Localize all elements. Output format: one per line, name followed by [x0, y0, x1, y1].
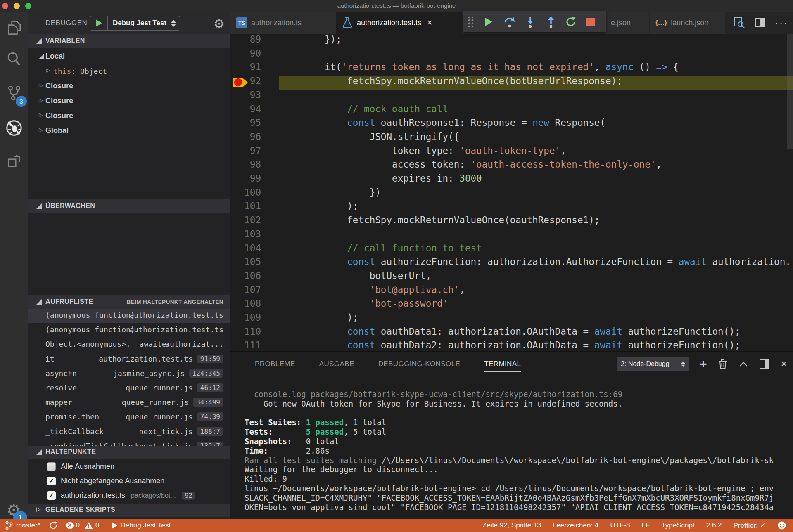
callstack-frame[interactable]: asyncFnjasmine_async.js124:345	[28, 366, 230, 381]
split-editor-icon[interactable]	[754, 17, 766, 28]
section-breakpoints[interactable]: HALTEPUNKTE	[28, 446, 230, 459]
line-number[interactable]: 98	[230, 159, 261, 173]
line-number[interactable]: 106	[230, 270, 261, 284]
editor-scrollbar[interactable]	[787, 34, 793, 149]
extensions-icon[interactable]	[0, 149, 28, 174]
code-editor[interactable]: 8990919293949596979899100101102103104105…	[230, 34, 793, 351]
step-into-button[interactable]	[521, 13, 539, 31]
variable-row[interactable]: ▷Closure	[28, 109, 230, 123]
git-branch-item[interactable]: master*	[5, 520, 40, 530]
callstack-frame[interactable]: _combinedTickCallbacknext_tick.js132:7	[28, 439, 230, 446]
maximize-panel-icon[interactable]	[738, 361, 748, 367]
callstack-frame[interactable]: mapperqueue_runner.js34:499	[28, 395, 230, 410]
code-line[interactable]: botUserUrl,	[280, 270, 431, 284]
code-line[interactable]: JSON.stringify({	[280, 131, 459, 145]
feedback-smiley-icon[interactable]	[777, 521, 786, 530]
status-item[interactable]: Prettier: ✓	[734, 521, 766, 530]
panel-tab-probleme[interactable]: PROBLEME	[255, 360, 295, 368]
breakpoint-checkbox[interactable]: ✓	[47, 491, 56, 500]
split-panel-icon[interactable]	[759, 359, 770, 369]
line-number[interactable]: 103	[230, 229, 261, 243]
section-loaded-scripts[interactable]: ▷GELADENE SKRIPTS	[28, 504, 230, 517]
variable-row[interactable]: Local	[28, 49, 230, 64]
line-number[interactable]: 91	[230, 61, 261, 76]
step-over-button[interactable]	[501, 13, 519, 31]
variable-row[interactable]: ▷Closure	[28, 94, 230, 109]
minimize-window-button[interactable]	[14, 3, 20, 9]
code-line[interactable]: access_token: 'oauth-access-token-the-on…	[280, 159, 662, 173]
code-line[interactable]: const oauthResponse1: Response = new Res…	[280, 117, 605, 131]
code-line[interactable]: fetchSpy.mockReturnValueOnce(botUserUrlR…	[280, 76, 622, 90]
code-line[interactable]: it('returns token as long as it has not …	[280, 61, 679, 76]
section-watch[interactable]: ÜBERWACHEN	[28, 199, 230, 213]
code-line[interactable]: const oauthData2: authorization.OAuthDat…	[280, 340, 740, 351]
search-icon[interactable]	[0, 47, 28, 71]
breakpoint-checkbox[interactable]: ✓	[47, 477, 56, 485]
breakpoint-row[interactable]: Alle Ausnahmen	[28, 459, 230, 474]
code-line[interactable]: );	[280, 201, 358, 215]
line-number[interactable]: 107	[230, 284, 261, 298]
debug-status-item[interactable]: Debug Jest Test	[112, 521, 171, 530]
tab-launch.json[interactable]: {…}launch.json	[650, 12, 726, 34]
restart-button[interactable]	[562, 13, 580, 31]
callstack-frame[interactable]: promise.thenqueue_runner.js74:39	[28, 410, 230, 424]
close-tab-icon[interactable]: ×	[427, 17, 432, 28]
close-window-button[interactable]	[2, 3, 8, 9]
code-line[interactable]: });	[280, 34, 342, 48]
line-number[interactable]: 99	[230, 173, 261, 187]
new-terminal-icon[interactable]: +	[700, 360, 707, 368]
callstack-frame[interactable]: resolvequeue_runner.js46:12	[28, 381, 230, 395]
maximize-window-button[interactable]	[25, 3, 31, 9]
twistie-icon[interactable]: ▷	[39, 112, 43, 118]
code-line[interactable]: token_type: 'oauth-token-type',	[280, 145, 566, 159]
line-number[interactable]: 109	[230, 312, 261, 326]
twistie-icon[interactable]: ▷	[39, 82, 43, 88]
section-callstack[interactable]: AUFRUFLISTEBEIM HALTEPUNKT ANGEHALTEN	[28, 295, 230, 309]
breakpoint-checkbox[interactable]	[47, 462, 56, 471]
variable-row[interactable]: ▷Global	[28, 123, 230, 138]
status-item[interactable]: UTF-8	[610, 521, 630, 530]
status-item[interactable]: Leerzeichen: 4	[553, 521, 599, 530]
tab-authorization.ts[interactable]: TSauthorization.ts	[230, 12, 336, 34]
line-number[interactable]: 108	[230, 298, 261, 312]
line-number[interactable]: 102	[230, 215, 261, 229]
callstack-frame[interactable]: (anonymous function)authorization.test.t…	[28, 323, 230, 337]
breakpoint-icon[interactable]	[234, 78, 242, 86]
breakpoint-row[interactable]: ✓Nicht abgefangene Ausnahmen	[28, 474, 230, 488]
debug-settings-gear-icon[interactable]: ⚙	[214, 17, 225, 31]
code-line[interactable]: // call function to test	[280, 243, 482, 257]
line-number[interactable]: 94	[230, 104, 261, 118]
code-line[interactable]: fetchSpy.mockReturnValueOnce(oauthRespon…	[280, 215, 600, 229]
line-number[interactable]: 104	[230, 243, 261, 257]
line-number[interactable]: 90	[230, 48, 261, 62]
tab-authorization.test.ts[interactable]: authorization.test.ts×	[336, 12, 462, 34]
code-line[interactable]: // mock oauth call	[280, 104, 448, 118]
explorer-icon[interactable]	[0, 16, 28, 40]
debug-config-dropdown[interactable]: Debug Jest Test	[90, 16, 180, 31]
callstack-frame[interactable]: Object.<anonymous>.__awaiterauthorizat..…	[28, 337, 230, 352]
terminal-selector-dropdown[interactable]: 2: Node-Debugg	[617, 357, 689, 371]
code-line[interactable]: expires_in: 3000	[280, 173, 482, 187]
panel-tab-terminal[interactable]: TERMINAL	[484, 360, 521, 368]
callstack-frame[interactable]: (anonymous function)authorization.test.t…	[28, 309, 230, 323]
code-line[interactable]: );	[280, 312, 358, 326]
errors-warnings-item[interactable]: ✕ 0 ! 0	[66, 521, 100, 530]
status-item[interactable]: LF	[642, 521, 650, 530]
continue-button[interactable]	[479, 13, 497, 31]
line-number[interactable]: 110	[230, 326, 261, 340]
code-line[interactable]: 'bot@apptiva.ch',	[280, 284, 465, 298]
open-preview-icon[interactable]	[733, 17, 745, 29]
step-out-button[interactable]	[542, 13, 560, 31]
code-line[interactable]: const authorizeFunction: authorization.A…	[280, 256, 791, 270]
line-number[interactable]: 101	[230, 201, 261, 215]
code-line[interactable]: const oauthData1: authorization.OAuthDat…	[280, 326, 740, 340]
debug-icon[interactable]	[0, 116, 28, 140]
status-item[interactable]: Zeile 92, Spalte 13	[482, 521, 541, 530]
terminal-output[interactable]: console.log packages/botfabrik-skype-ucw…	[245, 390, 793, 513]
variable-row[interactable]: ▷Closure	[28, 79, 230, 94]
callstack-frame[interactable]: _tickCallbacknext_tick.js188:7	[28, 425, 230, 439]
section-variables[interactable]: VARIABLEN	[28, 34, 230, 48]
twistie-icon[interactable]: ▷	[46, 67, 50, 73]
line-number[interactable]: 95	[230, 117, 261, 131]
status-item[interactable]: 2.6.2	[706, 521, 722, 530]
